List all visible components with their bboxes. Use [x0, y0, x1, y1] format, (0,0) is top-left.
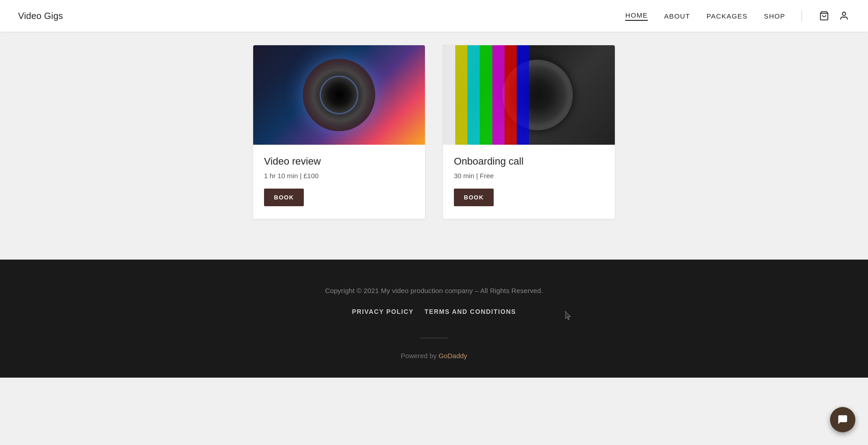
card-body-onboarding: Onboarding call 30 min | Free BOOK	[443, 145, 615, 219]
nav-packages[interactable]: PACKAGES	[707, 12, 748, 20]
card-meta-video-review: 1 hr 10 min | £100	[264, 172, 414, 180]
nav-shop[interactable]: SHOP	[764, 12, 785, 20]
nav-divider	[802, 10, 802, 21]
footer-terms-conditions[interactable]: TERMS AND CONDITIONS	[425, 308, 516, 315]
cards-section: Video review 1 hr 10 min | £100 BOOK	[0, 32, 868, 260]
footer-powered: Powered by GoDaddy	[9, 352, 859, 360]
cart-icon[interactable]	[818, 10, 830, 22]
color-bar-5	[492, 45, 505, 145]
footer-powered-text: Powered by	[401, 352, 439, 360]
card-title-video-review: Video review	[264, 156, 414, 167]
color-bar-7	[517, 45, 529, 145]
book-button-video-review[interactable]: BOOK	[264, 189, 304, 206]
user-icon[interactable]	[838, 10, 850, 22]
main-content: Video review 1 hr 10 min | £100 BOOK	[0, 0, 868, 260]
color-bar-3	[467, 45, 480, 145]
book-button-onboarding[interactable]: BOOK	[454, 189, 494, 206]
card-video-review: Video review 1 hr 10 min | £100 BOOK	[253, 45, 425, 219]
color-bars	[443, 45, 529, 145]
svg-point-1	[842, 12, 845, 15]
footer-godaddy-link[interactable]: GoDaddy	[439, 352, 467, 360]
card-meta-onboarding: 30 min | Free	[454, 172, 604, 180]
color-bar-2	[455, 45, 467, 145]
color-bar-6	[505, 45, 517, 145]
nav-home[interactable]: HOME	[625, 11, 648, 21]
card-image-onboarding	[443, 45, 615, 145]
footer-copyright: Copyright © 2021 My video production com…	[9, 287, 859, 294]
nav-about[interactable]: ABOUT	[664, 12, 690, 20]
site-footer: Copyright © 2021 My video production com…	[0, 260, 868, 378]
color-bar-1	[443, 45, 455, 145]
card-onboarding-call: Onboarding call 30 min | Free BOOK	[443, 45, 615, 219]
footer-divider	[420, 338, 448, 338]
main-nav: HOME ABOUT PACKAGES SHOP	[625, 10, 850, 22]
color-bar-4	[480, 45, 492, 145]
cards-container: Video review 1 hr 10 min | £100 BOOK	[163, 32, 705, 232]
card-image-video-review	[253, 45, 425, 145]
footer-links: PRIVACY POLICY TERMS AND CONDITIONS	[9, 308, 859, 315]
site-logo[interactable]: Video Gigs	[18, 11, 63, 21]
card-title-onboarding: Onboarding call	[454, 156, 604, 167]
footer-privacy-policy[interactable]: PRIVACY POLICY	[352, 308, 414, 315]
card-body-video-review: Video review 1 hr 10 min | £100 BOOK	[253, 145, 425, 219]
site-header: Video Gigs HOME ABOUT PACKAGES SHOP	[0, 0, 868, 32]
nav-icons	[818, 10, 850, 22]
